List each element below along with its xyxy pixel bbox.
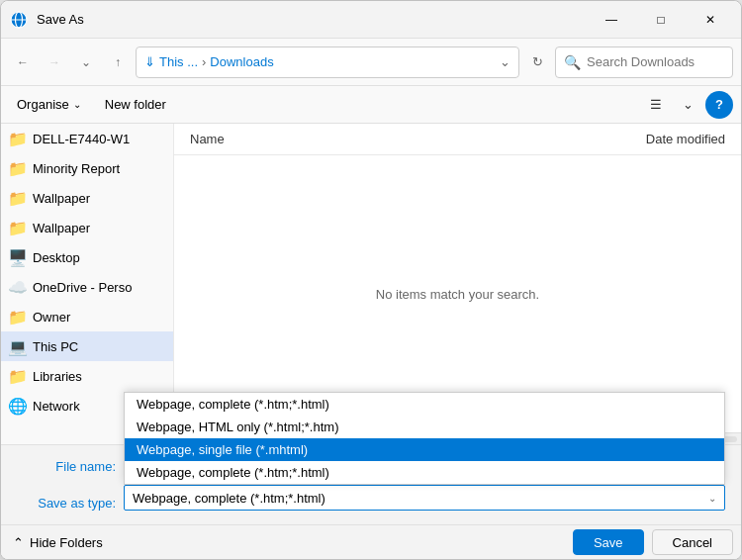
dropdown-option-0[interactable]: Webpage, complete (*.htm;*.html)	[125, 393, 724, 416]
dropdown-arrow-icon: ⌄	[708, 493, 716, 504]
footer-actions: Save Cancel	[573, 529, 733, 555]
save-button[interactable]: Save	[573, 529, 644, 555]
column-headers: Name Date modified	[174, 124, 741, 155]
view-more-button[interactable]: ⌄	[674, 91, 701, 119]
view-options-button[interactable]: ☰	[642, 91, 670, 119]
new-folder-button[interactable]: New folder	[97, 91, 174, 119]
dropdown-option-2[interactable]: Webpage, single file (*.mhtml)	[125, 438, 724, 461]
new-folder-label: New folder	[105, 97, 166, 112]
desktop-icon: 🖥️	[9, 248, 27, 266]
sidebar-item-wallpaper-2[interactable]: 📁 Wallpaper	[1, 213, 173, 242]
help-button[interactable]: ?	[705, 91, 733, 119]
maximize-button[interactable]: □	[638, 4, 684, 36]
dropdown-option-1[interactable]: Webpage, HTML only (*.html;*.htm)	[125, 416, 724, 438]
sidebar-item-label: Wallpaper	[33, 191, 90, 206]
folder-icon: 📁	[9, 130, 27, 147]
save-type-dropdown-container: Webpage, complete (*.htm;*.html) Webpage…	[124, 485, 725, 511]
back-button[interactable]: ←	[9, 48, 37, 76]
sidebar-item-libraries[interactable]: 📁 Libraries	[1, 361, 173, 391]
forward-button[interactable]: →	[41, 48, 68, 76]
search-box[interactable]: 🔍	[555, 47, 733, 78]
sidebar-item-this-pc[interactable]: 💻 This PC	[1, 331, 173, 361]
cancel-button[interactable]: Cancel	[652, 529, 733, 555]
minimize-button[interactable]: —	[589, 4, 634, 36]
title-bar: Save As — □ ✕	[1, 1, 741, 39]
organise-button[interactable]: Organise ⌄	[9, 91, 89, 119]
path-segment-this: This ...	[159, 54, 198, 69]
window-controls: — □ ✕	[589, 4, 733, 36]
folder-icon: 📁	[9, 159, 27, 177]
sidebar-item-wallpaper-1[interactable]: 📁 Wallpaper	[1, 183, 173, 213]
sidebar-item-minority-report[interactable]: 📁 Minority Report	[1, 153, 173, 183]
dropdown-history-button[interactable]: ⌄	[72, 48, 100, 76]
folder-icon: 📁	[9, 367, 27, 385]
close-button[interactable]: ✕	[688, 4, 733, 36]
network-icon: 🌐	[9, 397, 27, 415]
sidebar-item-desktop[interactable]: 🖥️ Desktop	[1, 242, 173, 272]
sidebar-item-label: Owner	[33, 310, 70, 325]
hide-folders-label: Hide Folders	[30, 535, 103, 550]
save-as-type-dropdown[interactable]: Webpage, complete (*.htm;*.html) ⌄	[124, 485, 725, 511]
up-button[interactable]: ↑	[104, 48, 132, 76]
organise-label: Organise	[17, 97, 69, 112]
save-as-type-row: Save as type: Webpage, complete (*.htm;*…	[17, 485, 725, 511]
folder-icon: 📁	[9, 189, 27, 207]
sidebar-item-label: Network	[33, 399, 80, 414]
dialog-title: Save As	[37, 12, 589, 27]
save-as-type-value: Webpage, complete (*.htm;*.html)	[133, 491, 708, 506]
sidebar-item-label: This PC	[33, 339, 78, 354]
sidebar-item-label: Libraries	[33, 369, 82, 384]
search-icon: 🔍	[564, 54, 581, 70]
footer-bar: ⌃ Hide Folders Save Cancel	[1, 524, 741, 559]
column-name: Name	[190, 132, 577, 146]
toolbar-right: ☰ ⌄ ?	[642, 91, 733, 119]
address-path[interactable]: ⇓ This ... › Downloads ⌄	[136, 47, 519, 78]
save-as-dialog: Save As — □ ✕ ← → ⌄ ↑ ⇓ This ... › Downl…	[0, 0, 742, 560]
path-separator: ›	[202, 54, 206, 69]
path-dropdown-arrow[interactable]: ⌄	[500, 54, 510, 69]
sidebar-item-label: OneDrive - Perso	[33, 280, 132, 295]
path-segment-download-icon: ⇓	[144, 54, 155, 69]
sidebar-item-dell[interactable]: 📁 DELL-E7440-W1	[1, 124, 173, 153]
no-items-message: No items match your search.	[376, 287, 539, 302]
sidebar-item-label: DELL-E7440-W1	[33, 132, 130, 146]
cloud-icon: ☁️	[9, 278, 27, 296]
refresh-button[interactable]: ↻	[523, 48, 551, 76]
save-type-dropdown-list: Webpage, complete (*.htm;*.html) Webpage…	[124, 392, 725, 485]
files-area: No items match your search.	[174, 155, 741, 432]
save-as-type-label: Save as type:	[17, 496, 116, 511]
dropdown-option-3[interactable]: Webpage, complete (*.htm;*.html)	[125, 461, 724, 484]
file-name-label: File name:	[17, 459, 116, 474]
sidebar-item-owner[interactable]: 📁 Owner	[1, 302, 173, 331]
sidebar-item-label: Minority Report	[33, 161, 120, 176]
path-segment-downloads: Downloads	[210, 54, 273, 69]
folder-icon: 📁	[9, 308, 27, 326]
toolbar: Organise ⌄ New folder ☰ ⌄ ?	[1, 86, 741, 124]
address-bar: ← → ⌄ ↑ ⇓ This ... › Downloads ⌄ ↻ 🔍	[1, 39, 741, 86]
hide-folders-button[interactable]: ⌃ Hide Folders	[9, 533, 107, 552]
sidebar-item-onedrive[interactable]: ☁️ OneDrive - Perso	[1, 272, 173, 302]
chevron-down-icon: ⌃	[13, 535, 24, 550]
sidebar-item-label: Desktop	[33, 250, 80, 265]
column-date-modified: Date modified	[577, 132, 725, 146]
sidebar-item-label: Wallpaper	[33, 221, 90, 235]
organise-dropdown-arrow: ⌄	[73, 99, 81, 110]
computer-icon: 💻	[9, 337, 27, 355]
bottom-section: File name: ⌄ Save as type: Webpage, comp…	[1, 444, 741, 524]
app-icon	[9, 10, 29, 30]
folder-icon: 📁	[9, 219, 27, 236]
search-input[interactable]	[587, 54, 724, 69]
